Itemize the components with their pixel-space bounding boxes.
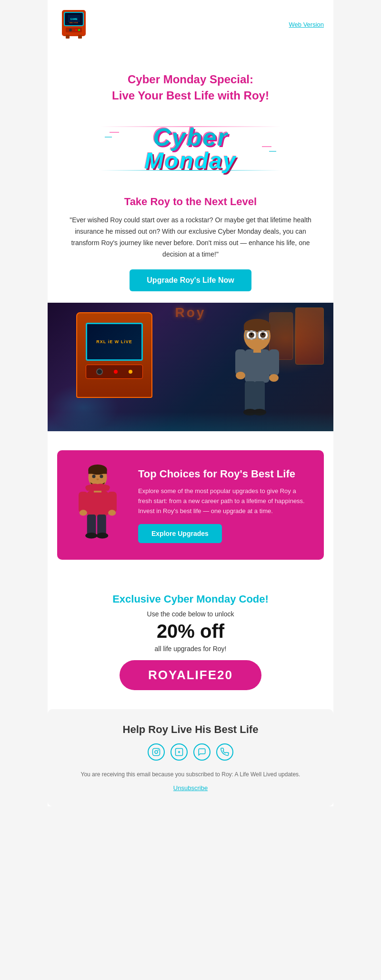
arcade-cabinet: RXL iE W LiVE [76, 312, 171, 417]
svg-text:MACHINE: MACHINE [70, 21, 79, 24]
svg-rect-40 [87, 491, 108, 516]
svg-point-7 [69, 29, 72, 31]
promo-sub: Use the code below to unlock [67, 610, 314, 618]
promo-heading: Exclusive Cyber Monday Code! [67, 593, 314, 605]
svg-point-8 [75, 29, 77, 31]
svg-point-29 [269, 374, 279, 382]
svg-text:GAME: GAME [70, 18, 78, 20]
whatsapp-icon[interactable] [216, 743, 233, 761]
cyber-text: Cyber [153, 125, 228, 149]
social-icons [67, 743, 314, 761]
pink-card: Top Choices for Roy's Best Life Explore … [57, 450, 324, 560]
facebook-icon[interactable] [170, 743, 188, 761]
arcade-image-section: RXL iE W LiVE [48, 303, 333, 431]
arcade-scene: RXL iE W LiVE [48, 303, 333, 431]
pink-card-content: Top Choices for Roy's Best Life Explore … [138, 467, 310, 543]
svg-point-49 [96, 533, 108, 538]
promo-section: Exclusive Cyber Monday Code! Use the cod… [48, 579, 333, 704]
cabinet-controls [86, 365, 143, 379]
svg-rect-11 [78, 35, 82, 39]
svg-rect-30 [245, 381, 255, 412]
pink-card-wrapper: Top Choices for Roy's Best Life Explore … [48, 431, 333, 579]
svg-rect-36 [88, 470, 107, 474]
unsubscribe-link[interactable]: Unsubscribe [173, 784, 208, 792]
take-roy-section: Take Roy to the Next Level "Ever wished … [48, 184, 333, 303]
svg-point-20 [262, 333, 264, 335]
footer-section: Help Roy Live His Best Life [48, 709, 333, 806]
svg-point-37 [92, 475, 95, 478]
svg-rect-50 [153, 749, 160, 756]
cyber-monday-graphic: Cyber Monday [114, 118, 267, 179]
hero-title: Cyber Monday Special: Live Your Best Lif… [67, 60, 314, 108]
header: GAME MACHINE Web Version [48, 0, 333, 49]
explore-upgrades-button[interactable]: Explore Upgrades [138, 524, 222, 543]
cabinet-screen-text: RXL iE W LiVE [96, 339, 132, 345]
logo-area: GAME MACHINE [57, 8, 90, 41]
pink-card-body: Explore some of the most popular upgrade… [138, 486, 310, 516]
svg-rect-24 [245, 349, 270, 383]
svg-rect-47 [97, 515, 106, 535]
roy-figure-pink [71, 465, 129, 545]
svg-rect-10 [66, 35, 70, 39]
svg-point-52 [158, 750, 159, 751]
game-machine-logo: GAME MACHINE [57, 8, 90, 41]
svg-rect-31 [254, 381, 265, 412]
svg-point-45 [108, 510, 116, 515]
hero-title-section: Cyber Monday Special: Live Your Best Lif… [48, 49, 333, 108]
cabinet-body: RXL iE W LiVE [76, 312, 152, 398]
svg-rect-27 [269, 349, 279, 376]
take-roy-body: "Ever wished Roy could start over as a r… [67, 215, 314, 260]
svg-point-9 [78, 29, 80, 31]
svg-point-19 [251, 333, 252, 335]
svg-point-44 [80, 510, 87, 515]
svg-point-28 [236, 372, 245, 379]
svg-point-38 [100, 475, 103, 478]
upgrade-now-button[interactable]: Upgrade Roy's Life Now [130, 269, 251, 291]
cabinet-screen: RXL iE W LiVE [86, 323, 143, 361]
svg-rect-43 [107, 492, 117, 513]
monday-text: Monday [144, 149, 236, 172]
svg-point-39 [96, 479, 99, 481]
footer-disclaimer: You are receiving this email because you… [67, 770, 314, 779]
svg-rect-46 [87, 515, 96, 535]
email-wrapper: GAME MACHINE Web Version Cyber Monday Sp… [48, 0, 333, 806]
web-version-link[interactable]: Web Version [289, 21, 324, 28]
svg-rect-26 [235, 349, 246, 376]
promo-discount: 20% off [67, 621, 314, 642]
svg-rect-25 [253, 348, 261, 353]
svg-point-51 [155, 751, 158, 753]
twitter-icon[interactable] [193, 743, 211, 761]
roy-character [229, 317, 286, 422]
promo-code-box: ROYALIFE20 [120, 660, 261, 690]
cyber-monday-banner: Cyber Monday [48, 108, 333, 184]
svg-rect-42 [79, 492, 88, 513]
svg-rect-14 [244, 326, 271, 330]
svg-point-48 [85, 533, 97, 538]
pink-card-heading: Top Choices for Roy's Best Life [138, 467, 310, 481]
footer-heading: Help Roy Live His Best Life [67, 723, 314, 736]
promo-detail: all life upgrades for Roy! [67, 645, 314, 653]
instagram-icon[interactable] [148, 743, 165, 761]
take-roy-heading: Take Roy to the Next Level [67, 196, 314, 208]
